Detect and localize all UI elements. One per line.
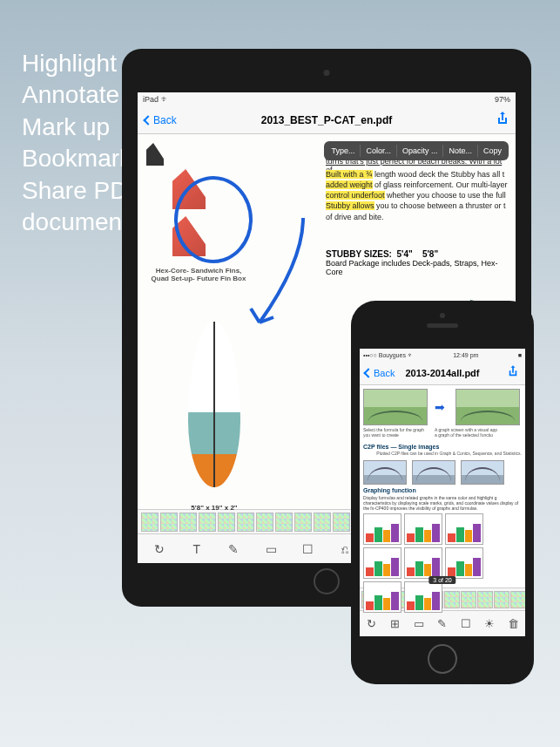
- iphone-home-button[interactable]: [428, 644, 457, 674]
- ipad-home-button[interactable]: [314, 568, 340, 594]
- section-sub: Plotted C2P files can be used in Graph &…: [363, 452, 522, 457]
- chart-thumb: [363, 513, 401, 545]
- page-thumbnail[interactable]: [314, 513, 331, 532]
- highlighted-paragraph: Built with a ¾ length wood deck the Stub…: [326, 169, 509, 222]
- chart-thumb: [445, 547, 483, 579]
- bridge-image: [412, 460, 455, 485]
- fin-image-small: [146, 143, 164, 166]
- tool-view[interactable]: ⊞: [385, 614, 406, 635]
- popup-note-button[interactable]: Note...: [443, 145, 478, 157]
- chart-thumb: [363, 581, 401, 613]
- iphone-nav-bar: Back 2013-2014all.pdf: [360, 361, 525, 385]
- page-thumbnail[interactable]: [294, 513, 312, 532]
- carrier-label: •••○○ Bouygues ᯤ: [363, 352, 414, 358]
- popup-color-button[interactable]: Color...: [361, 145, 397, 157]
- graph-screenshot: [363, 389, 428, 425]
- bridge-images: [363, 460, 522, 485]
- tool-reload[interactable]: ↻: [149, 539, 170, 560]
- page-thumbnail[interactable]: [141, 513, 159, 532]
- ipad-nav-bar: Back 2013_BEST_P-CAT_en.pdf: [138, 106, 516, 134]
- tool-brightness[interactable]: ☀: [479, 614, 500, 635]
- graph-screenshot: [455, 389, 520, 425]
- share-icon: [496, 112, 509, 126]
- page-thumbnail[interactable]: [237, 513, 254, 532]
- surfboard-image: 5'8" x 19" x 2": [162, 322, 267, 496]
- iphone-device: •••○○ Bouygues ᯤ 12:49 pm ■ Back 2013-20…: [351, 301, 534, 684]
- page-thumbnail[interactable]: [275, 513, 293, 532]
- time-label: 12:49 pm: [453, 352, 478, 358]
- tool-bookmark[interactable]: ☐: [455, 614, 476, 635]
- document-title: 2013_BEST_P-CAT_en.pdf: [261, 114, 393, 126]
- board-dimensions: 5'8" x 19" x 2": [162, 504, 267, 512]
- iphone-screen: •••○○ Bouygues ᯤ 12:49 pm ■ Back 2013-20…: [360, 349, 525, 636]
- page-thumbnail[interactable]: [179, 513, 197, 532]
- tool-layout[interactable]: ▭: [408, 614, 429, 635]
- popup-copy-button[interactable]: Copy: [478, 145, 507, 157]
- status-battery: 97%: [495, 95, 510, 104]
- tool-highlight[interactable]: ▭: [260, 539, 281, 560]
- caption-row: Select the formula for the graph you wan…: [363, 428, 522, 441]
- back-label: Back: [374, 368, 395, 378]
- image-row: ➡: [363, 389, 522, 425]
- tool-shape[interactable]: ☐: [298, 539, 319, 560]
- back-label: Back: [153, 114, 177, 126]
- page-indicator: 3 of 20: [428, 576, 455, 584]
- ipad-camera: [324, 70, 330, 76]
- annotation-popup: Type... Color... Opacity ... Note... Cop…: [324, 141, 509, 160]
- iphone-toolbar: ↻ ⊞ ▭ ✎ ☐ ☀ 🗑: [360, 610, 525, 636]
- bridge-image: [461, 460, 504, 485]
- popup-opacity-button[interactable]: Opacity ...: [397, 145, 444, 157]
- page-thumbnail[interactable]: [160, 513, 178, 532]
- section-header: Graphing function: [363, 487, 522, 493]
- chart-grid: [363, 513, 522, 613]
- share-button[interactable]: [508, 365, 518, 380]
- page-thumbnail[interactable]: [256, 513, 273, 532]
- page-thumbnail[interactable]: [218, 513, 235, 532]
- chart-thumb: [404, 547, 442, 579]
- bridge-image: [363, 460, 407, 485]
- page-thumbnail[interactable]: [333, 513, 350, 532]
- tool-trash[interactable]: 🗑: [503, 614, 523, 635]
- fin-caption: Hex-Core- Sandwich Fins, Quad Set-up- Fu…: [146, 267, 251, 282]
- battery-icon: ■: [518, 352, 522, 358]
- page-thumbnail[interactable]: [199, 513, 216, 532]
- chart-thumb: [404, 513, 442, 545]
- back-button[interactable]: Back: [145, 114, 177, 126]
- ink-annotation-circle[interactable]: [174, 176, 253, 263]
- chart-thumb: [363, 547, 401, 579]
- section-header: C2P files — Single images: [363, 444, 522, 450]
- tool-reload[interactable]: ↻: [361, 614, 382, 635]
- back-button[interactable]: Back: [365, 368, 395, 378]
- chevron-left-icon: [143, 115, 152, 125]
- ipad-status-bar: iPad ᯤ 97%: [138, 92, 516, 106]
- stubby-sizes-block: STUBBY SIZES: 5'4" 5'8" Board Package in…: [326, 249, 509, 276]
- tool-pen[interactable]: ✎: [223, 539, 244, 560]
- document-title: 2013-2014all.pdf: [406, 368, 480, 378]
- iphone-status-bar: •••○○ Bouygues ᯤ 12:49 pm ■: [360, 349, 525, 361]
- chart-thumb: [404, 581, 442, 613]
- tool-edit[interactable]: ✎: [432, 614, 453, 635]
- tool-text[interactable]: T: [186, 539, 207, 560]
- iphone-speaker: [427, 323, 458, 328]
- share-button[interactable]: [496, 112, 509, 128]
- arrow-right-icon: ➡: [435, 400, 449, 414]
- ink-annotation-arrow[interactable]: [251, 218, 303, 323]
- iphone-document-body[interactable]: ➡ Select the formula for the graph you w…: [360, 385, 525, 587]
- description-text: Display formulas and related graphs in t…: [363, 495, 522, 511]
- share-icon: [508, 365, 518, 377]
- chevron-left-icon: [363, 368, 373, 377]
- chart-thumb: [445, 513, 483, 545]
- popup-type-button[interactable]: Type...: [326, 145, 361, 157]
- iphone-camera: [440, 313, 445, 318]
- status-left: iPad ᯤ: [143, 95, 169, 104]
